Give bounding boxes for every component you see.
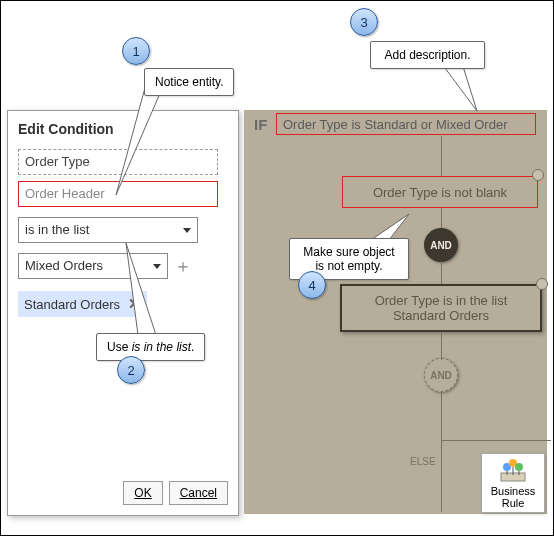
if-label: IF [254, 116, 267, 133]
connector-line [441, 332, 442, 360]
svg-marker-2 [126, 243, 156, 335]
callout-1-tail [116, 83, 166, 203]
business-rule-palette-item[interactable]: Business Rule [481, 453, 545, 513]
connector-line [441, 392, 442, 462]
callout-1-circle: 1 [122, 37, 150, 65]
else-label: ELSE [410, 456, 436, 467]
cancel-button[interactable]: Cancel [169, 481, 228, 505]
svg-marker-1 [116, 84, 164, 195]
business-rule-icon [499, 457, 527, 483]
svg-marker-3 [371, 214, 409, 240]
callout-3-bubble: Add description. [370, 41, 485, 69]
if-condition-node[interactable]: Order Type is Standard or Mixed Order [276, 113, 536, 135]
ok-button[interactable]: OK [123, 481, 162, 505]
callout-4-circle: 4 [298, 271, 326, 299]
business-rule-label2: Rule [502, 497, 525, 509]
callout-3-circle: 3 [350, 8, 378, 36]
business-rule-label1: Business [491, 485, 536, 497]
chevron-down-icon [183, 228, 191, 233]
connector-line [441, 208, 442, 230]
node-handle[interactable] [536, 278, 548, 290]
operator-value: is in the list [25, 222, 89, 237]
connector-line [441, 462, 442, 512]
and-operator-placeholder[interactable]: AND [424, 358, 458, 392]
callout-2-bubble: Use is in the list. [96, 333, 205, 361]
and-operator[interactable]: AND [424, 228, 458, 262]
condition-node-inlist[interactable]: Order Type is in the list Standard Order… [340, 284, 542, 332]
operator-select[interactable]: is in the list [18, 217, 198, 243]
value-selected: Mixed Orders [25, 258, 103, 273]
callout-2-circle: 2 [117, 356, 145, 384]
add-value-button[interactable]: ＋ [174, 254, 192, 278]
connector-line [441, 136, 442, 176]
connector-line [441, 262, 442, 284]
svg-point-7 [515, 463, 523, 471]
connector-line [441, 440, 551, 441]
callout-1-bubble: Notice entity. [144, 68, 234, 96]
chip-label: Standard Orders [24, 297, 120, 312]
node-handle[interactable] [532, 169, 544, 181]
callout-2-tail [123, 243, 163, 337]
condition-node-notblank[interactable]: Order Type is not blank [342, 176, 538, 208]
